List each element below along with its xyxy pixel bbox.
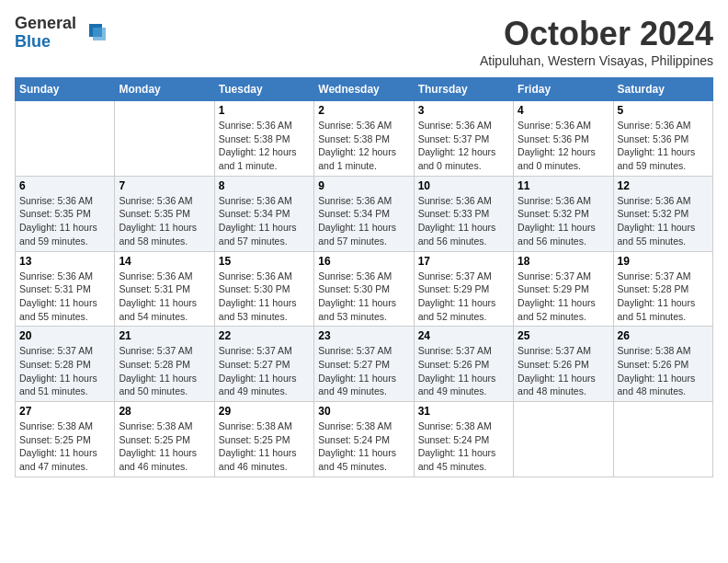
calendar-cell: 13Sunrise: 5:36 AM Sunset: 5:31 PM Dayli…: [16, 251, 115, 327]
calendar-cell: 27Sunrise: 5:38 AM Sunset: 5:25 PM Dayli…: [16, 402, 115, 477]
day-number: 15: [219, 255, 310, 268]
calendar-cell: 1Sunrise: 5:36 AM Sunset: 5:38 PM Daylig…: [214, 101, 313, 177]
calendar-header-row: SundayMondayTuesdayWednesdayThursdayFrid…: [16, 78, 713, 101]
calendar-cell: [16, 101, 115, 177]
day-info: Sunrise: 5:36 AM Sunset: 5:37 PM Dayligh…: [418, 119, 509, 173]
calendar-cell: 31Sunrise: 5:38 AM Sunset: 5:24 PM Dayli…: [414, 402, 513, 477]
month-title: October 2024: [480, 15, 713, 53]
calendar-table: SundayMondayTuesdayWednesdayThursdayFrid…: [15, 77, 713, 477]
day-info: Sunrise: 5:36 AM Sunset: 5:36 PM Dayligh…: [518, 119, 609, 173]
calendar-cell: 16Sunrise: 5:36 AM Sunset: 5:30 PM Dayli…: [314, 251, 414, 327]
day-info: Sunrise: 5:36 AM Sunset: 5:30 PM Dayligh…: [219, 270, 310, 324]
calendar-cell: 25Sunrise: 5:37 AM Sunset: 5:26 PM Dayli…: [514, 327, 613, 402]
day-number: 3: [418, 104, 509, 117]
day-info: Sunrise: 5:36 AM Sunset: 5:31 PM Dayligh…: [19, 270, 110, 324]
day-info: Sunrise: 5:36 AM Sunset: 5:32 PM Dayligh…: [518, 194, 609, 248]
day-number: 22: [219, 329, 310, 342]
day-info: Sunrise: 5:37 AM Sunset: 5:27 PM Dayligh…: [219, 344, 310, 398]
calendar-cell: 23Sunrise: 5:37 AM Sunset: 5:27 PM Dayli…: [314, 327, 414, 402]
day-info: Sunrise: 5:36 AM Sunset: 5:35 PM Dayligh…: [119, 194, 210, 248]
calendar-week-row: 6Sunrise: 5:36 AM Sunset: 5:35 PM Daylig…: [16, 176, 713, 251]
calendar-cell: 30Sunrise: 5:38 AM Sunset: 5:24 PM Dayli…: [314, 402, 414, 477]
day-info: Sunrise: 5:36 AM Sunset: 5:38 PM Dayligh…: [219, 119, 310, 173]
day-number: 27: [19, 405, 110, 418]
day-info: Sunrise: 5:36 AM Sunset: 5:35 PM Dayligh…: [19, 194, 110, 248]
logo: General Blue: [15, 15, 106, 52]
calendar-cell: 19Sunrise: 5:37 AM Sunset: 5:28 PM Dayli…: [613, 251, 712, 327]
day-number: 9: [318, 179, 409, 192]
calendar-cell: 6Sunrise: 5:36 AM Sunset: 5:35 PM Daylig…: [16, 176, 115, 251]
day-number: 20: [19, 329, 110, 342]
day-info: Sunrise: 5:36 AM Sunset: 5:30 PM Dayligh…: [318, 270, 409, 324]
day-header-friday: Friday: [514, 78, 613, 101]
svg-marker-1: [93, 28, 106, 40]
day-info: Sunrise: 5:37 AM Sunset: 5:28 PM Dayligh…: [618, 270, 709, 324]
day-info: Sunrise: 5:37 AM Sunset: 5:28 PM Dayligh…: [19, 344, 110, 398]
day-number: 7: [119, 179, 210, 192]
calendar-cell: 7Sunrise: 5:36 AM Sunset: 5:35 PM Daylig…: [115, 176, 214, 251]
calendar-cell: 11Sunrise: 5:36 AM Sunset: 5:32 PM Dayli…: [514, 176, 613, 251]
calendar-cell: [613, 402, 712, 477]
day-number: 16: [318, 255, 409, 268]
calendar-cell: 5Sunrise: 5:36 AM Sunset: 5:36 PM Daylig…: [613, 101, 712, 177]
day-header-thursday: Thursday: [414, 78, 513, 101]
logo-text: General Blue: [15, 15, 76, 52]
day-info: Sunrise: 5:36 AM Sunset: 5:34 PM Dayligh…: [219, 194, 310, 248]
day-number: 26: [618, 329, 709, 342]
day-number: 29: [219, 405, 310, 418]
calendar-cell: 18Sunrise: 5:37 AM Sunset: 5:29 PM Dayli…: [514, 251, 613, 327]
day-info: Sunrise: 5:36 AM Sunset: 5:34 PM Dayligh…: [318, 194, 409, 248]
calendar-cell: 10Sunrise: 5:36 AM Sunset: 5:33 PM Dayli…: [414, 176, 513, 251]
day-info: Sunrise: 5:38 AM Sunset: 5:25 PM Dayligh…: [19, 419, 110, 474]
calendar-cell: 22Sunrise: 5:37 AM Sunset: 5:27 PM Dayli…: [214, 327, 313, 402]
calendar-cell: [115, 101, 214, 177]
day-info: Sunrise: 5:38 AM Sunset: 5:26 PM Dayligh…: [618, 344, 709, 398]
day-info: Sunrise: 5:38 AM Sunset: 5:25 PM Dayligh…: [119, 419, 210, 474]
day-number: 25: [518, 329, 609, 342]
calendar-cell: 8Sunrise: 5:36 AM Sunset: 5:34 PM Daylig…: [214, 176, 313, 251]
day-info: Sunrise: 5:38 AM Sunset: 5:25 PM Dayligh…: [219, 419, 310, 474]
day-number: 2: [318, 104, 409, 117]
page-header: General Blue October 2024 Atipuluhan, We…: [15, 15, 713, 68]
calendar-cell: 9Sunrise: 5:36 AM Sunset: 5:34 PM Daylig…: [314, 176, 414, 251]
day-info: Sunrise: 5:36 AM Sunset: 5:36 PM Dayligh…: [618, 119, 709, 173]
day-info: Sunrise: 5:37 AM Sunset: 5:29 PM Dayligh…: [518, 270, 609, 324]
day-info: Sunrise: 5:37 AM Sunset: 5:26 PM Dayligh…: [518, 344, 609, 398]
title-block: October 2024 Atipuluhan, Western Visayas…: [480, 15, 713, 68]
day-number: 6: [19, 179, 110, 192]
day-info: Sunrise: 5:36 AM Sunset: 5:32 PM Dayligh…: [618, 194, 709, 248]
day-number: 14: [119, 255, 210, 268]
calendar-week-row: 27Sunrise: 5:38 AM Sunset: 5:25 PM Dayli…: [16, 402, 713, 477]
location: Atipuluhan, Western Visayas, Philippines: [480, 53, 713, 68]
calendar-cell: 2Sunrise: 5:36 AM Sunset: 5:38 PM Daylig…: [314, 101, 414, 177]
calendar-cell: 29Sunrise: 5:38 AM Sunset: 5:25 PM Dayli…: [214, 402, 313, 477]
day-number: 1: [219, 104, 310, 117]
day-info: Sunrise: 5:36 AM Sunset: 5:31 PM Dayligh…: [119, 270, 210, 324]
day-number: 12: [618, 179, 709, 192]
day-number: 10: [418, 179, 509, 192]
calendar-week-row: 20Sunrise: 5:37 AM Sunset: 5:28 PM Dayli…: [16, 327, 713, 402]
calendar-cell: 3Sunrise: 5:36 AM Sunset: 5:37 PM Daylig…: [414, 101, 513, 177]
day-number: 5: [618, 104, 709, 117]
logo-icon: [80, 20, 106, 46]
calendar-cell: 28Sunrise: 5:38 AM Sunset: 5:25 PM Dayli…: [115, 402, 214, 477]
day-info: Sunrise: 5:36 AM Sunset: 5:33 PM Dayligh…: [418, 194, 509, 248]
calendar-cell: 4Sunrise: 5:36 AM Sunset: 5:36 PM Daylig…: [514, 101, 613, 177]
day-number: 28: [119, 405, 210, 418]
day-number: 8: [219, 179, 310, 192]
day-number: 17: [418, 255, 509, 268]
day-number: 30: [318, 405, 409, 418]
calendar-cell: 24Sunrise: 5:37 AM Sunset: 5:26 PM Dayli…: [414, 327, 513, 402]
day-number: 4: [518, 104, 609, 117]
calendar-cell: 14Sunrise: 5:36 AM Sunset: 5:31 PM Dayli…: [115, 251, 214, 327]
day-number: 31: [418, 405, 509, 418]
day-info: Sunrise: 5:37 AM Sunset: 5:26 PM Dayligh…: [418, 344, 509, 398]
day-header-sunday: Sunday: [16, 78, 115, 101]
day-number: 23: [318, 329, 409, 342]
day-header-wednesday: Wednesday: [314, 78, 414, 101]
calendar-week-row: 13Sunrise: 5:36 AM Sunset: 5:31 PM Dayli…: [16, 251, 713, 327]
logo-general: General: [15, 15, 76, 33]
day-number: 13: [19, 255, 110, 268]
calendar-cell: 15Sunrise: 5:36 AM Sunset: 5:30 PM Dayli…: [214, 251, 313, 327]
day-info: Sunrise: 5:38 AM Sunset: 5:24 PM Dayligh…: [318, 419, 409, 474]
